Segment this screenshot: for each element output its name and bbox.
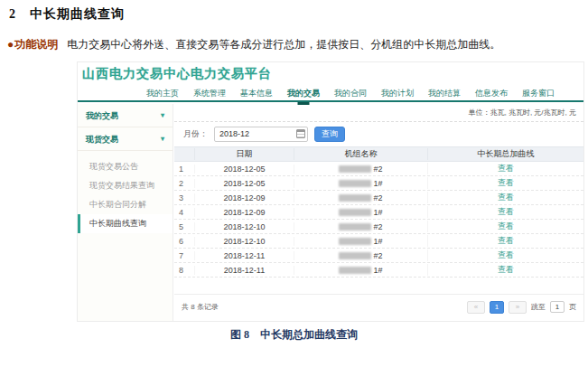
table-row: 6 2018-12-10 1# 查看: [174, 234, 583, 249]
nav-item[interactable]: 我的交易: [287, 88, 320, 99]
row-date: 2018-12-09: [194, 193, 294, 202]
unit-suffix: 1#: [373, 266, 382, 275]
row-date: 2018-12-05: [194, 165, 294, 174]
table-row: 4 2018-12-09 1# 查看: [174, 205, 583, 220]
sidebar-item[interactable]: 中长期合同分解: [78, 195, 173, 214]
nav-item[interactable]: 我的主页: [146, 88, 179, 99]
bullet-icon: ●: [7, 38, 14, 51]
row-index: 4: [174, 208, 194, 217]
row-date: 2018-12-10: [194, 222, 294, 231]
units-note: 单位：兆瓦, 兆瓦时, 元/兆瓦时, 元: [174, 104, 583, 122]
header-date: 日期: [194, 148, 294, 160]
unit-suffix: 1#: [373, 179, 382, 188]
sidebar-item[interactable]: 现货交易公告: [78, 157, 173, 176]
record-count: 共 8 条记录: [182, 302, 219, 312]
next-page-button[interactable]: »: [509, 301, 527, 314]
function-description: ●功能说明电力交易中心将外送、直接交易等各成分进行总加，提供按日、分机组的中长期…: [7, 37, 585, 52]
figure-caption: 图 8 中长期总加曲线查询: [0, 327, 588, 343]
sidebar-item[interactable]: 中长期曲线查询: [78, 214, 173, 233]
table-header: 日期 机组名称 中长期总加曲线: [174, 146, 583, 162]
row-date: 2018-12-05: [194, 179, 294, 188]
header-unit-name: 机组名称: [294, 148, 427, 160]
function-text: 电力交易中心将外送、直接交易等各成分进行总加，提供按日、分机组的中长期总加曲线。: [67, 38, 500, 51]
view-link[interactable]: 查看: [498, 178, 514, 187]
nav-item[interactable]: 系统管理: [193, 88, 226, 99]
row-unit-name: #2: [294, 193, 427, 202]
row-action-cell: 查看: [427, 163, 583, 174]
row-date: 2018-12-11: [194, 266, 294, 275]
sidebar-item[interactable]: 现货交易结果查询: [78, 176, 173, 195]
chevron-down-icon: ▾: [161, 127, 164, 151]
month-input[interactable]: [214, 127, 308, 142]
row-action-cell: 查看: [427, 249, 583, 261]
row-unit-name: #2: [294, 251, 427, 260]
view-link[interactable]: 查看: [498, 164, 514, 173]
sidebar-submenu: 现货交易公告 现货交易结果查询 中长期合同分解 中长期曲线查询: [78, 151, 173, 233]
filter-bar: 月份： 查询: [174, 122, 583, 146]
view-link[interactable]: 查看: [498, 193, 514, 202]
nav-item[interactable]: 信息发布: [475, 88, 508, 99]
sidebar-group-label: 现货交易: [86, 127, 118, 151]
row-index: 6: [174, 237, 194, 246]
top-nav: 我的主页 系统管理 基本信息 我的交易 我的合同 我的计划 我的结算 信息发布 …: [78, 87, 583, 102]
view-link[interactable]: 查看: [498, 221, 514, 231]
table-footer: 共 8 条记录 « 1 » 跳至 页: [174, 294, 583, 319]
row-action-cell: 查看: [427, 235, 583, 247]
view-link[interactable]: 查看: [498, 207, 514, 216]
row-unit-name: #2: [294, 222, 427, 231]
nav-item[interactable]: 我的合同: [334, 88, 367, 99]
results-table: 日期 机组名称 中长期总加曲线 1 2018-12-05 #2 查看 2 201…: [174, 146, 583, 278]
row-action-cell: 查看: [427, 264, 583, 276]
prev-page-button[interactable]: «: [467, 301, 485, 314]
unit-suffix: #2: [373, 222, 382, 231]
redacted-unit-name: [339, 238, 371, 245]
table-row: 3 2018-12-09 #2 查看: [174, 191, 583, 205]
view-link[interactable]: 查看: [498, 236, 514, 245]
nav-item[interactable]: 我的结算: [428, 88, 461, 99]
jump-label: 跳至: [531, 302, 546, 312]
row-date: 2018-12-11: [194, 251, 294, 260]
sidebar: 我的交易 ▾ 现货交易 ▾ 现货交易公告 现货交易结果查询 中长期合同分解 中长…: [78, 104, 173, 321]
row-action-cell: 查看: [427, 206, 583, 218]
nav-item[interactable]: 服务窗口: [522, 88, 555, 99]
row-action-cell: 查看: [427, 177, 583, 189]
row-index: 3: [174, 193, 194, 202]
row-date: 2018-12-09: [194, 208, 294, 217]
row-index: 7: [174, 251, 194, 260]
query-button[interactable]: 查询: [314, 127, 345, 142]
row-action-cell: 查看: [427, 221, 583, 232]
app-screenshot: 山西电力交易中心电力交易平台 我的主页 系统管理 基本信息 我的交易 我的合同 …: [77, 61, 584, 322]
main-panel: 单位：兆瓦, 兆瓦时, 元/兆瓦时, 元 月份： 查询 日期 机组名称 中长期总…: [174, 104, 583, 321]
redacted-unit-name: [339, 252, 371, 259]
redacted-unit-name: [339, 165, 371, 173]
unit-suffix: 1#: [373, 208, 382, 217]
month-label: 月份：: [183, 128, 208, 140]
page-1-button[interactable]: 1: [490, 301, 504, 314]
calendar-icon[interactable]: [296, 129, 305, 138]
view-link[interactable]: 查看: [498, 250, 514, 259]
view-link[interactable]: 查看: [498, 265, 514, 274]
row-date: 2018-12-10: [194, 237, 294, 246]
section-heading: 2 中长期曲线查询: [9, 6, 125, 23]
redacted-unit-name: [339, 194, 371, 202]
unit-suffix: #2: [373, 165, 382, 174]
redacted-unit-name: [339, 180, 371, 187]
redacted-unit-name: [339, 267, 371, 274]
table-row: 1 2018-12-05 #2 查看: [174, 162, 583, 176]
nav-item[interactable]: 我的计划: [381, 88, 414, 99]
jump-suffix: 页: [569, 302, 576, 312]
sidebar-group[interactable]: 我的交易 ▾: [78, 104, 173, 127]
table-row: 2 2018-12-05 1# 查看: [174, 176, 583, 191]
jump-page-input[interactable]: [550, 301, 565, 313]
month-field-wrap: [214, 127, 308, 142]
redacted-unit-name: [339, 223, 371, 231]
row-unit-name: 1#: [294, 237, 427, 246]
table-row: 7 2018-12-11 #2 查看: [174, 249, 583, 263]
pagination: « 1 » 跳至 页: [467, 301, 576, 314]
header-curve: 中长期总加曲线: [427, 148, 583, 160]
nav-item[interactable]: 基本信息: [240, 88, 273, 99]
chevron-down-icon: ▾: [161, 104, 164, 127]
sidebar-group[interactable]: 现货交易 ▾: [78, 127, 173, 151]
unit-suffix: #2: [373, 193, 382, 202]
row-unit-name: 1#: [294, 266, 427, 275]
